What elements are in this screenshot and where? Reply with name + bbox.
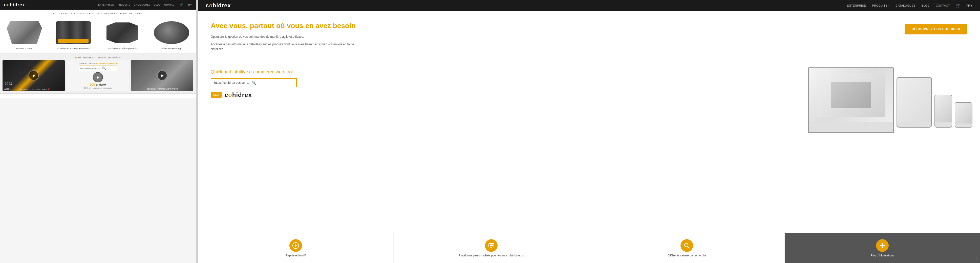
- hero-desc-2: Accédez à des informations détaillées su…: [211, 42, 363, 52]
- left-cart-icon[interactable]: 🛒: [180, 3, 183, 6]
- video-caption-1: L'Extremodure et Madrid vous pu voir ❤️: [4, 88, 63, 90]
- features-row: Rapide et intuitif Plateforme personnali…: [198, 233, 980, 263]
- product-wear[interactable]: Matériel d'usure: [0, 17, 49, 53]
- right-nav-contact[interactable]: CONTACT: [936, 4, 950, 7]
- hero-title: Avec vous, partout où vous en avez besoi…: [211, 21, 363, 30]
- left-nav-enterprise[interactable]: ENTERPRISE: [98, 3, 114, 6]
- feature-more-label: Plus d'informations: [871, 254, 894, 257]
- feature-rapide-label: Rapide et intuitif: [286, 254, 306, 257]
- hero-text: Avec vous, partout où vous en avez besoi…: [211, 21, 363, 54]
- right-nav-catalogues[interactable]: CATALOGUES: [896, 4, 915, 7]
- video-thumb-2[interactable]: Quick and intuitive e-commerce web tool …: [67, 60, 129, 91]
- video-caption-3: COHIDREX - TRASTED WEAR PARTS: [132, 88, 192, 90]
- product-track-img: [56, 20, 91, 45]
- play-button-2[interactable]: [93, 72, 103, 82]
- ecs-url-demo[interactable]: https://cohidrex-ecs.com... 🔍: [211, 78, 297, 87]
- right-lang[interactable]: FR ▾: [966, 4, 972, 7]
- video-year-1: 2024: [5, 82, 13, 86]
- product-parts-img: [154, 20, 189, 45]
- product-accessories[interactable]: Accessoires et Équipements: [98, 17, 147, 53]
- ecs-title-normal: Quick and intuitive: [211, 69, 248, 75]
- cohidrex-brand-right: cohidrex: [224, 91, 252, 99]
- tablet-screen: [897, 78, 931, 122]
- ecs-search-icon-right: 🔍: [252, 81, 256, 85]
- left-nav-catalogues[interactable]: CATALOGUES: [134, 3, 150, 6]
- phone-screen-2: [955, 103, 972, 124]
- products-grid: Matériel d'usure Chenilles et Train de R…: [0, 17, 196, 53]
- ecs-url-text: https://cohidrex-ecs.com...: [80, 67, 101, 69]
- right-header: cohidrex ENTERPRISE PRODUITS ▾ CATALOGUE…: [198, 0, 980, 11]
- ecs-video-title: Quick and intuitive e-commerce web tool: [79, 62, 117, 65]
- search-channels-icon: [681, 239, 693, 252]
- parts-image: [154, 21, 189, 44]
- product-accessories-img: [105, 20, 140, 45]
- product-accessories-label: Accessoires et Équipements: [108, 47, 137, 50]
- phone-screen: [935, 95, 952, 122]
- tablet-mockup: [897, 77, 932, 128]
- play-button-1[interactable]: [29, 70, 39, 80]
- wear-image: [6, 21, 42, 44]
- feature-platform[interactable]: Plateforme personnalisée pour les sous-d…: [394, 233, 589, 263]
- products-header: ACCESSOIRES, PIÈCES ET PIÈCES DE RECHANG…: [0, 10, 196, 17]
- left-nav-blog[interactable]: BLOG: [154, 3, 161, 6]
- product-parts-label: Pièces de Rechange: [161, 47, 182, 50]
- right-panel: cohidrex ENTERPRISE PRODUITS ▾ CATALOGUE…: [198, 0, 980, 263]
- video-thumb-1[interactable]: 2024 cohidrex L'Extremodure et Madrid vo…: [3, 60, 65, 91]
- videos-section: DÉCOUVREZ COHIDREX EN VIDÉOS 2024 cohidr…: [0, 53, 196, 93]
- scroll-indicator: ⛶: [0, 93, 196, 98]
- feature-rapide[interactable]: Rapide et intuitif: [198, 233, 394, 263]
- ecs-caption: ECS, avec vous ce que vous soyez: [84, 87, 112, 89]
- product-wear-label: Matériel d'usure: [16, 47, 33, 50]
- monitor-mockup: [808, 67, 894, 132]
- feature-more-info[interactable]: Plus d'informations: [785, 233, 980, 263]
- panel-divider: [196, 0, 198, 263]
- videos-header: DÉCOUVREZ COHIDREX EN VIDÉOS: [3, 56, 193, 59]
- monitor-stand: [845, 132, 858, 132]
- hero-title-sub: partout où vous en avez besoin: [250, 22, 356, 30]
- play-button-3[interactable]: [157, 70, 167, 80]
- ecs-video-content: Quick and intuitive e-commerce web tool …: [77, 60, 119, 91]
- video-thumb-3[interactable]: COHIDREX - TRASTED WEAR PARTS: [131, 60, 193, 91]
- rapide-icon: [290, 239, 302, 252]
- monitor-screen: [809, 68, 893, 122]
- right-nav: ENTERPRISE PRODUITS ▾ CATALOGUES BLOG CO…: [847, 3, 972, 8]
- right-nav-produits[interactable]: PRODUITS ▾: [872, 4, 889, 7]
- left-nav-contact[interactable]: CONTACT: [164, 3, 176, 6]
- ecs-logo-video: ECS cohidrex: [89, 83, 106, 86]
- feature-platform-label: Plateforme personnalisée pour les sous-d…: [459, 254, 524, 257]
- right-main: Avec vous, partout où vous en avez besoi…: [198, 11, 980, 263]
- scroll-top-button-right[interactable]: ⛶: [974, 257, 977, 260]
- track-image: [56, 21, 91, 44]
- ecs-search-icon: 🔍: [102, 66, 106, 70]
- more-info-icon: [876, 239, 889, 252]
- ecs-badge: ECS: [211, 92, 221, 98]
- product-track-label: Chenilles et Train de Roulement: [57, 47, 89, 50]
- hero-desc-1: Optimisez la gestion de vos commandes de…: [211, 34, 363, 39]
- left-content: ACCESSOIRES, PIÈCES ET PIÈCES DE RECHANG…: [0, 10, 196, 263]
- devices-area: [808, 26, 972, 132]
- feature-search-label: Différents canaux de recherche: [668, 254, 706, 257]
- right-cart-icon[interactable]: 🛒: [956, 3, 960, 8]
- platform-icon: [485, 239, 498, 252]
- hero-title-normal: Avec vous,: [211, 22, 248, 30]
- left-lang[interactable]: FR ▾: [187, 3, 192, 6]
- left-nav-produits[interactable]: PRODUITS: [118, 3, 130, 6]
- phone-mockup-2: [955, 102, 972, 128]
- left-logo[interactable]: cohidrex: [4, 2, 25, 8]
- product-wear-img: [6, 20, 42, 45]
- videos-grid: 2024 cohidrex L'Extremodure et Madrid vo…: [3, 60, 193, 91]
- feature-search-channels[interactable]: Différents canaux de recherche: [589, 233, 785, 263]
- product-parts[interactable]: Pièces de Rechange: [147, 17, 196, 53]
- right-nav-blog[interactable]: BLOG: [921, 4, 930, 7]
- ecs-title-accent: e-commerce web tool: [249, 69, 293, 75]
- svg-line-4: [687, 246, 689, 248]
- svg-rect-2: [490, 244, 493, 246]
- phone-mockup: [934, 95, 952, 128]
- ecs-url-bar: https://cohidrex-ecs.com... 🔍: [79, 65, 117, 71]
- left-header: cohidrex ENTERPRISE PRODUITS CATALOGUES …: [0, 0, 196, 10]
- left-panel: cohidrex ENTERPRISE PRODUITS CATALOGUES …: [0, 0, 196, 263]
- right-nav-enterprise[interactable]: ENTERPRISE: [847, 4, 866, 7]
- product-track[interactable]: Chenilles et Train de Roulement: [49, 17, 98, 53]
- ecs-url-display: https://cohidrex-ecs.com...: [214, 81, 250, 84]
- right-logo[interactable]: cohidrex: [206, 2, 231, 9]
